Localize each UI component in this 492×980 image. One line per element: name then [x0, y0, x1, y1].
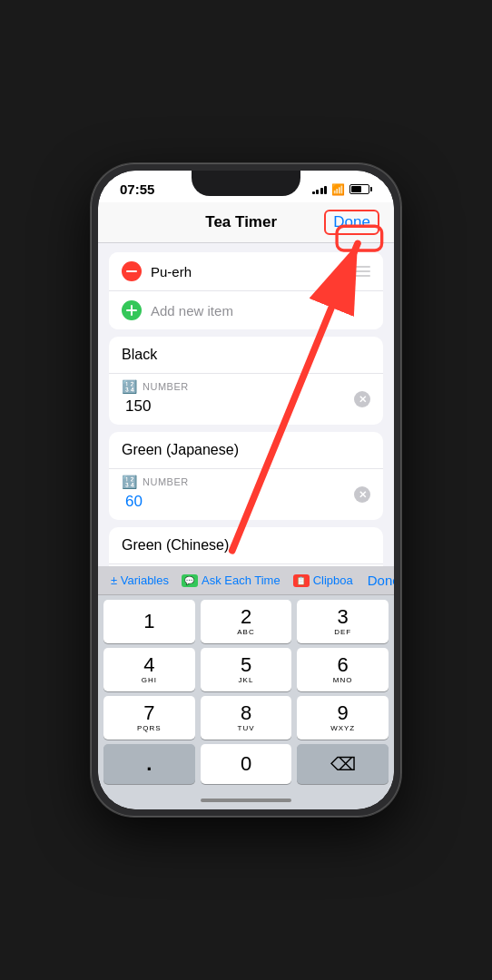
key-9[interactable]: 9 WXYZ [297, 696, 389, 740]
scroll-content: Pu-erh Add new item [98, 243, 394, 566]
key-0[interactable]: 0 [201, 744, 292, 784]
green-japanese-label: Green (Japanese) [122, 442, 239, 458]
add-item-label: Add new item [151, 303, 233, 318]
numeric-keyboard: 1 2 ABC 3 DEF 4 [98, 595, 394, 795]
keyboard-toolbar: ± Variables 💬 Ask Each Time 📋 Clipboa Do… [98, 566, 394, 595]
key-6[interactable]: 6 MNO [297, 648, 389, 691]
ask-each-time-label: Ask Each Time [202, 573, 280, 587]
green-chinese-number-field[interactable]: 🔢 NUMBER ✕ [109, 564, 383, 566]
key-2[interactable]: 2 ABC [201, 600, 292, 643]
black-label: Black [122, 347, 157, 363]
wifi-icon: 📶 [331, 183, 345, 196]
key-dot[interactable]: . [103, 744, 195, 784]
key-5[interactable]: 5 JKL [201, 648, 292, 691]
number-icon: 🔢 [122, 379, 137, 394]
signal-icon [312, 184, 328, 194]
variables-label: ± Variables [111, 573, 169, 587]
key-4[interactable]: 4 GHI [103, 648, 195, 691]
clear-black-button[interactable]: ✕ [354, 391, 370, 407]
nav-bar: Tea Timer Done [98, 202, 394, 243]
number-icon-2: 🔢 [122, 475, 137, 489]
add-item-button[interactable] [122, 300, 142, 320]
toolbar-done-button[interactable]: Done [368, 573, 394, 588]
list-item-puerh: Pu-erh [109, 252, 383, 291]
key-8[interactable]: 8 TUV [201, 696, 292, 740]
green-chinese-label: Green (Chinese) [122, 537, 229, 554]
status-time: 07:55 [120, 181, 154, 197]
keyboard-row-2: 4 GHI 5 JKL 6 MNO [98, 643, 394, 691]
clear-green-japanese-button[interactable]: ✕ [354, 486, 370, 503]
phone-frame: 07:55 📶 [91, 163, 401, 817]
number-type-label-2: NUMBER [143, 476, 189, 487]
green-chinese-section: Green (Chinese) 🔢 NUMBER ✕ [109, 527, 383, 566]
tea-list-section: Pu-erh Add new item [109, 252, 383, 329]
status-icons: 📶 [312, 183, 373, 196]
green-japanese-text-field[interactable]: Green (Japanese) [109, 432, 383, 469]
black-number-field[interactable]: 🔢 NUMBER 150 ✕ [109, 374, 383, 425]
message-icon: 💬 [182, 574, 198, 587]
variables-button[interactable]: ± Variables [107, 572, 172, 589]
black-section: Black 🔢 NUMBER 150 ✕ [109, 337, 383, 425]
key-1[interactable]: 1 [103, 600, 195, 643]
key-3[interactable]: 3 DEF [297, 600, 389, 643]
clipboard-icon: 📋 [293, 574, 310, 587]
keyboard-row-3: 7 PQRS 8 TUV 9 WXYZ [98, 691, 394, 740]
battery-icon [349, 184, 372, 194]
home-indicator-bar [98, 795, 394, 809]
content-area: Pu-erh Add new item [98, 243, 394, 809]
screen: 07:55 📶 [98, 171, 394, 809]
black-text-field[interactable]: Black [109, 337, 383, 374]
ask-each-time-button[interactable]: 💬 Ask Each Time [178, 572, 284, 589]
home-indicator [201, 799, 291, 802]
item-label-puerh: Pu-erh [151, 264, 345, 279]
drag-handle[interactable] [354, 266, 370, 277]
phone-inner: 07:55 📶 [98, 171, 394, 809]
status-bar: 07:55 📶 [98, 171, 394, 202]
nav-title: Tea Timer [205, 213, 277, 231]
done-button[interactable]: Done [324, 210, 379, 235]
green-japanese-section: Green (Japanese) 🔢 NUMBER 60 ✕ [109, 432, 383, 520]
backspace-icon: ⌫ [330, 753, 356, 775]
keyboard-row-4: . 0 ⌫ [98, 740, 394, 795]
clipboard-button[interactable]: 📋 Clipboa [290, 572, 357, 589]
green-chinese-text-field[interactable]: Green (Chinese) [109, 527, 383, 564]
black-number-value: 150 [122, 397, 370, 416]
number-type-label: NUMBER [143, 381, 189, 392]
green-japanese-number-value: 60 [122, 493, 370, 511]
green-japanese-number-field[interactable]: 🔢 NUMBER 60 ✕ [109, 469, 383, 520]
list-item-add[interactable]: Add new item [109, 291, 383, 329]
remove-item-button[interactable] [122, 261, 142, 281]
clipboard-label: Clipboa [313, 573, 353, 587]
notch [192, 171, 300, 196]
key-7[interactable]: 7 PQRS [103, 696, 195, 740]
key-backspace[interactable]: ⌫ [297, 744, 389, 784]
keyboard-row-1: 1 2 ABC 3 DEF [98, 595, 394, 643]
